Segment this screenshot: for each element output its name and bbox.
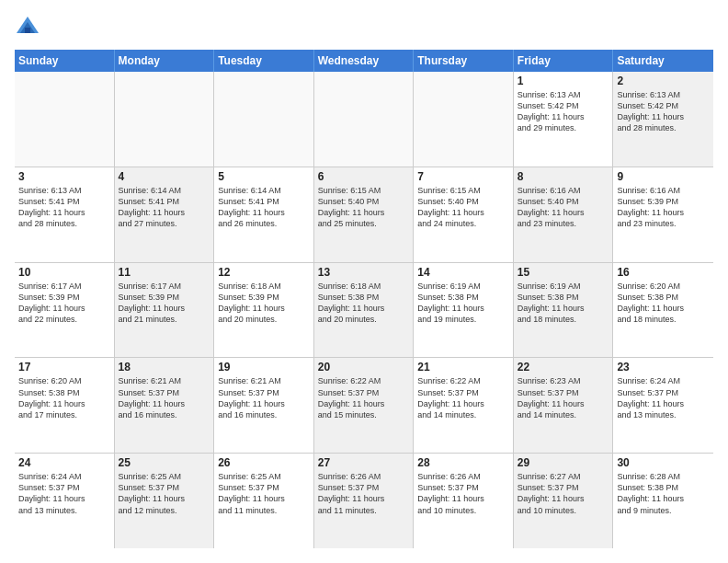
- header-day-saturday: Saturday: [613, 50, 713, 72]
- day-number: 5: [218, 170, 310, 183]
- calendar-day-17: 17Sunrise: 6:20 AM Sunset: 5:38 PM Dayli…: [15, 358, 115, 453]
- day-info: Sunrise: 6:21 AM Sunset: 5:37 PM Dayligh…: [218, 375, 310, 420]
- day-info: Sunrise: 6:28 AM Sunset: 5:38 PM Dayligh…: [617, 471, 710, 516]
- calendar-day-14: 14Sunrise: 6:19 AM Sunset: 5:38 PM Dayli…: [414, 263, 514, 358]
- calendar-day-4: 4Sunrise: 6:14 AM Sunset: 5:41 PM Daylig…: [115, 167, 215, 262]
- day-info: Sunrise: 6:26 AM Sunset: 5:37 PM Dayligh…: [318, 471, 410, 516]
- day-number: 22: [518, 361, 609, 373]
- calendar-day-24: 24Sunrise: 6:24 AM Sunset: 5:37 PM Dayli…: [15, 454, 115, 548]
- day-number: 27: [318, 456, 410, 469]
- calendar-day-18: 18Sunrise: 6:21 AM Sunset: 5:37 PM Dayli…: [115, 358, 215, 453]
- calendar-day-22: 22Sunrise: 6:23 AM Sunset: 5:37 PM Dayli…: [514, 358, 614, 453]
- day-number: 10: [18, 266, 110, 279]
- day-info: Sunrise: 6:25 AM Sunset: 5:37 PM Dayligh…: [119, 471, 210, 516]
- calendar-day-1: 1Sunrise: 6:13 AM Sunset: 5:42 PM Daylig…: [514, 72, 614, 167]
- day-number: 19: [218, 361, 310, 373]
- header-day-monday: Monday: [115, 50, 215, 72]
- day-info: Sunrise: 6:17 AM Sunset: 5:39 PM Dayligh…: [119, 281, 210, 326]
- calendar-week-1: 1Sunrise: 6:13 AM Sunset: 5:42 PM Daylig…: [15, 72, 713, 167]
- calendar-day-8: 8Sunrise: 6:16 AM Sunset: 5:40 PM Daylig…: [514, 167, 614, 262]
- calendar-day-10: 10Sunrise: 6:17 AM Sunset: 5:39 PM Dayli…: [15, 263, 115, 358]
- calendar-week-5: 24Sunrise: 6:24 AM Sunset: 5:37 PM Dayli…: [15, 454, 713, 548]
- day-info: Sunrise: 6:13 AM Sunset: 5:42 PM Dayligh…: [617, 89, 710, 134]
- calendar-day-27: 27Sunrise: 6:26 AM Sunset: 5:37 PM Dayli…: [314, 454, 415, 548]
- day-number: 28: [417, 456, 509, 469]
- calendar-empty-cell: [115, 72, 215, 167]
- day-info: Sunrise: 6:15 AM Sunset: 5:40 PM Dayligh…: [318, 185, 410, 230]
- calendar-empty-cell: [414, 72, 514, 167]
- day-info: Sunrise: 6:13 AM Sunset: 5:41 PM Dayligh…: [18, 185, 110, 230]
- day-number: 18: [119, 361, 210, 373]
- day-number: 16: [617, 266, 710, 279]
- day-info: Sunrise: 6:24 AM Sunset: 5:37 PM Dayligh…: [18, 471, 110, 516]
- calendar-empty-cell: [15, 72, 115, 167]
- day-number: 17: [18, 361, 110, 373]
- calendar-day-5: 5Sunrise: 6:14 AM Sunset: 5:41 PM Daylig…: [214, 167, 314, 262]
- calendar: SundayMondayTuesdayWednesdayThursdayFrid…: [15, 50, 713, 548]
- day-number: 29: [518, 456, 609, 469]
- calendar-day-11: 11Sunrise: 6:17 AM Sunset: 5:39 PM Dayli…: [115, 263, 215, 358]
- calendar-day-23: 23Sunrise: 6:24 AM Sunset: 5:37 PM Dayli…: [613, 358, 713, 453]
- header-day-sunday: Sunday: [15, 50, 115, 72]
- calendar-day-20: 20Sunrise: 6:22 AM Sunset: 5:37 PM Dayli…: [314, 358, 415, 453]
- page: SundayMondayTuesdayWednesdayThursdayFrid…: [0, 0, 728, 563]
- day-number: 8: [518, 170, 609, 183]
- day-info: Sunrise: 6:20 AM Sunset: 5:38 PM Dayligh…: [18, 375, 110, 420]
- logo-icon: [15, 15, 40, 40]
- day-number: 14: [417, 266, 509, 279]
- day-number: 24: [18, 456, 110, 469]
- calendar-day-2: 2Sunrise: 6:13 AM Sunset: 5:42 PM Daylig…: [613, 72, 713, 167]
- day-info: Sunrise: 6:19 AM Sunset: 5:38 PM Dayligh…: [417, 281, 509, 326]
- day-number: 20: [318, 361, 410, 373]
- day-info: Sunrise: 6:21 AM Sunset: 5:37 PM Dayligh…: [119, 375, 210, 420]
- calendar-day-7: 7Sunrise: 6:15 AM Sunset: 5:40 PM Daylig…: [414, 167, 514, 262]
- day-info: Sunrise: 6:16 AM Sunset: 5:39 PM Dayligh…: [617, 185, 710, 230]
- day-number: 9: [617, 170, 710, 183]
- calendar-body: 1Sunrise: 6:13 AM Sunset: 5:42 PM Daylig…: [15, 72, 713, 548]
- day-info: Sunrise: 6:27 AM Sunset: 5:37 PM Dayligh…: [518, 471, 609, 516]
- calendar-day-28: 28Sunrise: 6:26 AM Sunset: 5:37 PM Dayli…: [414, 454, 514, 548]
- day-number: 11: [119, 266, 210, 279]
- svg-rect-2: [25, 28, 30, 33]
- day-number: 23: [617, 361, 710, 373]
- calendar-day-6: 6Sunrise: 6:15 AM Sunset: 5:40 PM Daylig…: [314, 167, 415, 262]
- calendar-day-16: 16Sunrise: 6:20 AM Sunset: 5:38 PM Dayli…: [613, 263, 713, 358]
- calendar-week-3: 10Sunrise: 6:17 AM Sunset: 5:39 PM Dayli…: [15, 263, 713, 359]
- day-info: Sunrise: 6:15 AM Sunset: 5:40 PM Dayligh…: [417, 185, 509, 230]
- calendar-header: SundayMondayTuesdayWednesdayThursdayFrid…: [15, 50, 713, 72]
- calendar-day-12: 12Sunrise: 6:18 AM Sunset: 5:39 PM Dayli…: [214, 263, 314, 358]
- day-number: 25: [119, 456, 210, 469]
- header-day-thursday: Thursday: [414, 50, 514, 72]
- calendar-week-4: 17Sunrise: 6:20 AM Sunset: 5:38 PM Dayli…: [15, 358, 713, 454]
- calendar-day-29: 29Sunrise: 6:27 AM Sunset: 5:37 PM Dayli…: [514, 454, 614, 548]
- day-info: Sunrise: 6:22 AM Sunset: 5:37 PM Dayligh…: [417, 375, 509, 420]
- day-info: Sunrise: 6:14 AM Sunset: 5:41 PM Dayligh…: [119, 185, 210, 230]
- day-info: Sunrise: 6:14 AM Sunset: 5:41 PM Dayligh…: [218, 185, 310, 230]
- calendar-empty-cell: [314, 72, 415, 167]
- calendar-day-15: 15Sunrise: 6:19 AM Sunset: 5:38 PM Dayli…: [514, 263, 614, 358]
- day-number: 15: [518, 266, 609, 279]
- day-number: 7: [417, 170, 509, 183]
- day-info: Sunrise: 6:18 AM Sunset: 5:39 PM Dayligh…: [218, 281, 310, 326]
- calendar-day-25: 25Sunrise: 6:25 AM Sunset: 5:37 PM Dayli…: [115, 454, 215, 548]
- day-number: 30: [617, 456, 710, 469]
- header-day-tuesday: Tuesday: [214, 50, 314, 72]
- day-info: Sunrise: 6:24 AM Sunset: 5:37 PM Dayligh…: [617, 375, 710, 420]
- day-number: 1: [518, 75, 609, 87]
- day-number: 26: [218, 456, 310, 469]
- day-info: Sunrise: 6:18 AM Sunset: 5:38 PM Dayligh…: [318, 281, 410, 326]
- calendar-empty-cell: [214, 72, 314, 167]
- calendar-day-19: 19Sunrise: 6:21 AM Sunset: 5:37 PM Dayli…: [214, 358, 314, 453]
- calendar-day-9: 9Sunrise: 6:16 AM Sunset: 5:39 PM Daylig…: [613, 167, 713, 262]
- logo: [15, 15, 44, 40]
- header-day-friday: Friday: [514, 50, 614, 72]
- day-info: Sunrise: 6:26 AM Sunset: 5:37 PM Dayligh…: [417, 471, 509, 516]
- calendar-day-30: 30Sunrise: 6:28 AM Sunset: 5:38 PM Dayli…: [613, 454, 713, 548]
- calendar-day-3: 3Sunrise: 6:13 AM Sunset: 5:41 PM Daylig…: [15, 167, 115, 262]
- day-number: 21: [417, 361, 509, 373]
- day-number: 4: [119, 170, 210, 183]
- day-number: 2: [617, 75, 710, 87]
- day-info: Sunrise: 6:25 AM Sunset: 5:37 PM Dayligh…: [218, 471, 310, 516]
- header: [15, 15, 713, 40]
- calendar-day-13: 13Sunrise: 6:18 AM Sunset: 5:38 PM Dayli…: [314, 263, 415, 358]
